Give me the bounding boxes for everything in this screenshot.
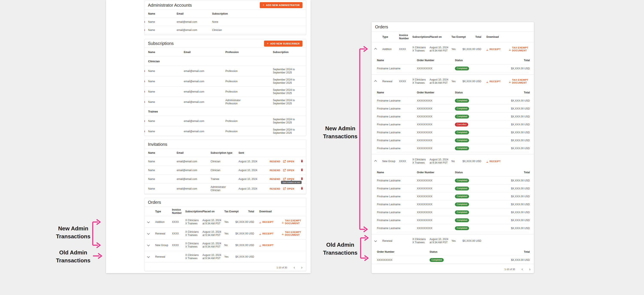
subscriptions-cell: X Clinicians X Trainees xyxy=(185,242,200,248)
total-cell: $X,XXX.00 USD xyxy=(460,160,481,163)
expand-chevron-icon[interactable] xyxy=(148,220,150,224)
collapse-chevron-icon[interactable] xyxy=(374,47,376,51)
order-type-cell: Addition xyxy=(382,48,392,51)
column-header-name: Name xyxy=(377,58,384,62)
invitation-row: Name email@email.com Clinician August 10… xyxy=(144,157,306,166)
invoice-cell: XXXX xyxy=(172,244,184,247)
download-tax-exempt-link[interactable]: TAX EXEMPT DOCUMENT xyxy=(282,231,302,236)
download-receipt-link[interactable]: RECEIPT xyxy=(259,220,274,224)
order-type-cell: Renewal xyxy=(155,232,165,235)
add-new-subscriber-button[interactable]: ADD NEW SUBSCRIBER xyxy=(264,40,302,46)
total-cell: $X,XXX.00 USD xyxy=(233,220,254,224)
plus-icon xyxy=(262,4,264,6)
subscriptions-cell: X Clinicians X Trainees xyxy=(185,254,200,260)
resend-link[interactable]: RESEND xyxy=(270,187,280,190)
status-cell: Completed xyxy=(455,210,469,214)
download-receipt-link[interactable]: RECEIPT xyxy=(259,232,274,235)
order-number-cell: XXXXXXXXX xyxy=(377,258,392,262)
admin-account-row: Name email@email.com Clinician xyxy=(144,26,306,34)
subscriptions-cell: X Clinicians X Trainees xyxy=(412,238,428,244)
left-admin-page: Administrator Accounts ADD NEW ADMINISTR… xyxy=(106,0,310,273)
open-invitation-link[interactable]: OPEN xyxy=(283,169,294,172)
resend-link[interactable]: RESEND xyxy=(270,169,280,172)
profession-cell: Profession xyxy=(226,69,251,72)
status-badge: Completed xyxy=(455,194,469,198)
remove-minus-icon[interactable] xyxy=(144,100,145,104)
column-header-status: Status xyxy=(430,250,438,253)
order-number-cell: XXXXXXXXX xyxy=(417,99,432,102)
name-cell: Firstname Lastname xyxy=(377,226,400,230)
status-badge: Completed xyxy=(455,146,469,150)
download-receipt-link[interactable]: RECEIPT xyxy=(486,80,500,83)
expand-chevron-icon[interactable] xyxy=(148,232,150,235)
expand-chevron-icon[interactable] xyxy=(374,240,376,242)
name-cell: Firstname Lastname xyxy=(377,179,400,182)
pagination-prev-icon[interactable] xyxy=(522,268,523,271)
admin-account-row: Name email@email.com None xyxy=(144,18,306,26)
column-header-name: Name xyxy=(148,151,155,154)
name-cell: Firstname Lastname xyxy=(377,203,400,206)
remove-minus-icon[interactable] xyxy=(144,120,145,122)
column-header-download: Download xyxy=(486,36,499,39)
add-new-administrator-button[interactable]: ADD NEW ADMINISTRATOR xyxy=(260,2,302,8)
expand-chevron-icon[interactable] xyxy=(148,255,150,258)
orders-panel-right: Orders Type Invoice Number Subscriptions… xyxy=(372,22,534,273)
name-cell: Name xyxy=(148,187,155,190)
delete-invitation-icon[interactable] xyxy=(300,159,303,164)
download-icon xyxy=(486,80,488,83)
order-type-cell: Renewal xyxy=(155,255,165,258)
remove-minus-icon[interactable] xyxy=(144,20,145,24)
download-tax-exempt-link[interactable]: TAX EXEMPT DOCUMENT xyxy=(282,219,302,225)
delete-invitation-icon[interactable] xyxy=(300,177,303,181)
column-header-total: Total xyxy=(233,210,254,213)
name-cell: Firstname Lastname xyxy=(377,123,400,126)
email-cell: email@email.com xyxy=(184,100,204,104)
pagination-prev-icon[interactable] xyxy=(294,266,295,269)
open-invitation-link[interactable]: OPEN xyxy=(283,160,294,163)
transaction-row-old: XXXXXXXXX Completed $X,XXX.00 USD xyxy=(372,256,534,264)
remove-minus-icon[interactable] xyxy=(144,90,145,93)
download-tax-exempt-link[interactable]: TAX EXEMPT DOCUMENT xyxy=(509,46,530,52)
order-row-renewal-old: Renewal X Clinicians X Trainees August 1… xyxy=(144,251,306,262)
download-tax-exempt-link[interactable]: TAX EXEMPT DOCUMENT xyxy=(509,78,530,84)
name-cell: Firstname Lastname xyxy=(377,131,400,134)
add-new-subscriber-label: ADD NEW SUBSCRIBER xyxy=(270,42,300,45)
remove-minus-icon[interactable] xyxy=(144,80,145,83)
remove-minus-icon[interactable] xyxy=(144,70,145,72)
collapse-chevron-icon[interactable] xyxy=(374,159,376,163)
pagination-next-icon[interactable] xyxy=(301,266,302,269)
subscription-cell: None xyxy=(212,20,218,24)
subscription-period-cell: September 2024 to September 2025 xyxy=(273,68,298,74)
delete-invitation-icon[interactable] xyxy=(300,186,303,191)
column-header-order-number: Order Number xyxy=(377,250,394,253)
name-cell: Firstname Lastname xyxy=(377,147,400,150)
status-cell: Completed xyxy=(455,194,469,198)
remove-minus-icon[interactable] xyxy=(144,28,145,32)
total-cell: $X,XXX.00 USD xyxy=(460,240,481,242)
total-cell: $X,XXX.00 USD xyxy=(511,218,530,222)
remove-minus-icon[interactable] xyxy=(144,130,145,133)
collapse-chevron-icon[interactable] xyxy=(374,80,376,83)
open-invitation-link[interactable]: OPEN xyxy=(283,178,294,181)
subscription-period-cell: September 2024 to September 2025 xyxy=(273,128,298,134)
column-header-download: Download xyxy=(259,210,272,213)
tax-exempt-cell: Yes xyxy=(224,255,228,258)
subscription-cell: Clinician xyxy=(212,28,222,32)
delete-invitation-icon[interactable] xyxy=(300,168,303,172)
profession-cell: Profession xyxy=(226,90,251,93)
column-header-total: Total xyxy=(524,91,530,94)
pagination-next-icon[interactable] xyxy=(529,268,530,271)
resend-link[interactable]: RESEND xyxy=(270,178,280,181)
sent-cell: August 10, 2024 xyxy=(238,169,257,172)
download-receipt-link[interactable]: RECEIPT xyxy=(486,48,500,51)
open-invitation-link[interactable]: OPEN xyxy=(283,187,294,190)
resend-link[interactable]: RESEND xyxy=(270,160,280,163)
subscription-period-cell: September 2024 to September 2025 xyxy=(273,118,298,124)
expand-chevron-icon[interactable] xyxy=(148,244,150,247)
download-receipt-link[interactable]: RECEIPT xyxy=(259,244,274,247)
total-cell: $X,XXX.00 USD xyxy=(511,210,530,214)
download-receipt-link[interactable]: RECEIPT xyxy=(486,160,500,163)
column-header-subscriptions: Subscriptions xyxy=(412,36,430,39)
order-number-cell: XXXXXXXXX xyxy=(417,115,432,118)
order-number-cell: XXXXXXXXX xyxy=(417,179,432,182)
